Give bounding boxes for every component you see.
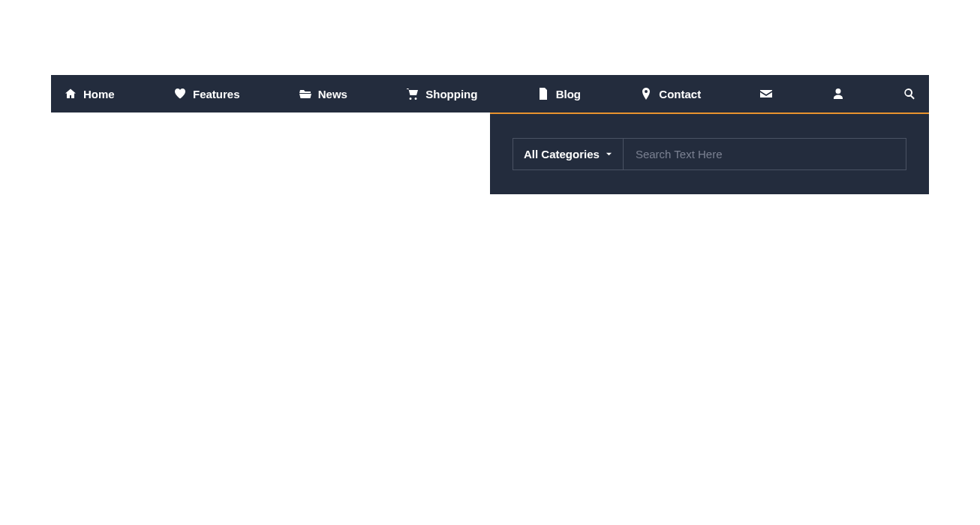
nav-mail-button[interactable]	[760, 88, 772, 100]
nav-item-label: News	[318, 88, 347, 100]
search-panel: All Categories	[490, 112, 929, 194]
envelope-icon	[760, 88, 772, 100]
nav-item-label: Home	[83, 88, 115, 100]
category-select-label: All Categories	[524, 148, 600, 160]
nav-item-label: Features	[193, 88, 240, 100]
cart-icon	[407, 88, 419, 100]
search-icon	[903, 88, 915, 100]
search-row: All Categories	[513, 138, 906, 170]
nav-item-blog[interactable]: Blog	[537, 88, 581, 100]
main-navbar: Home Features News Shopping	[51, 75, 929, 112]
folder-icon	[299, 88, 311, 100]
chevron-down-icon	[606, 151, 612, 158]
nav-item-label: Blog	[556, 88, 581, 100]
heart-icon	[174, 88, 186, 100]
pin-icon	[640, 88, 652, 100]
nav-user-button[interactable]	[832, 88, 844, 100]
search-input[interactable]	[624, 139, 906, 170]
nav-item-contact[interactable]: Contact	[640, 88, 701, 100]
nav-search-button[interactable]	[903, 88, 915, 100]
nav-item-news[interactable]: News	[299, 88, 347, 100]
nav-item-label: Contact	[659, 88, 701, 100]
nav-item-features[interactable]: Features	[174, 88, 240, 100]
nav-item-shopping[interactable]: Shopping	[407, 88, 477, 100]
category-select[interactable]: All Categories	[513, 139, 624, 170]
search-panel-wrapper: All Categories	[51, 112, 929, 194]
nav-item-label: Shopping	[425, 88, 477, 100]
home-icon	[65, 88, 77, 100]
document-icon	[537, 88, 549, 100]
user-icon	[832, 88, 844, 100]
nav-item-home[interactable]: Home	[65, 88, 115, 100]
